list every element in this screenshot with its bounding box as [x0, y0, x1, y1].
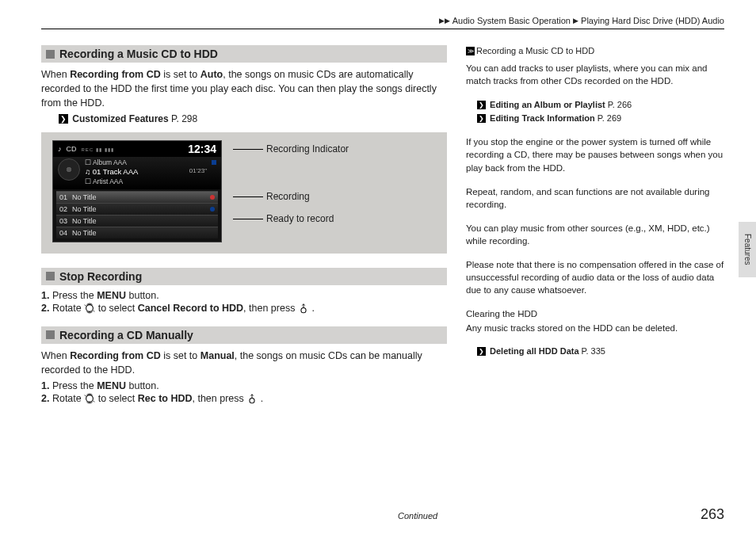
track-list: 01 No Title 02 No Title 03 No Title — [53, 189, 221, 238]
breadcrumb: ▶▶ Audio System Basic Operation ▶ Playin… — [41, 16, 724, 25]
press-button-icon — [298, 303, 309, 314]
svg-point-2 — [86, 395, 94, 402]
notes-topic-heading: ≫Recording a Music CD to HDD — [466, 45, 724, 57]
section-title: Stop Recording — [59, 270, 142, 283]
svg-point-0 — [86, 304, 94, 311]
notes-p5: Please note that there is no compensatio… — [466, 258, 724, 296]
disc-icon — [58, 158, 80, 181]
now-playing: ☐ Album AAA ♫ 01 Track AAA01'23" ☐ Artis… — [53, 157, 221, 189]
breadcrumb-part-1: Audio System Basic Operation — [452, 16, 571, 25]
square-bullet-icon — [46, 330, 55, 339]
step-1: 1. Press the MENU button. — [41, 290, 447, 301]
notes-p3: Repeat, random, and scan functions are n… — [466, 185, 724, 211]
section-tab-label: Features — [743, 234, 752, 265]
header-indicator-icons: REC ▮▮ ▮▮▮ — [82, 147, 114, 152]
np-album: ☐ Album AAA — [85, 158, 207, 167]
header-rule — [41, 29, 724, 29]
track-row: 02 No Title — [56, 203, 218, 215]
audio-screen-mock: CD REC ▮▮ ▮▮▮ 12:34 ☐ Album AAA ♫ 01 Tra… — [52, 140, 222, 242]
section1-body: When Recording from CD is set to Auto, t… — [41, 67, 447, 110]
track-row: 04 No Title — [56, 227, 218, 238]
track-row: 03 No Title — [56, 215, 218, 227]
notes-p6: Any music tracks stored on the HDD can b… — [466, 322, 724, 334]
section-tab-features: Features — [739, 222, 756, 277]
clock: 12:34 — [188, 143, 216, 155]
source-label: CD — [67, 145, 77, 153]
rotate-dial-icon — [84, 303, 95, 314]
recording-dot-icon — [210, 195, 215, 200]
callout-recording: Recording — [233, 191, 349, 202]
section-heading-stop-recording: Stop Recording — [41, 268, 447, 285]
section3-body: When Recording from CD is set to Manual,… — [41, 349, 447, 377]
np-track: ♫ 01 Track AAA — [85, 167, 138, 176]
figure-callouts: Recording Indicator Recording Ready to r… — [233, 140, 349, 224]
notes-p6-title: Clearing the HDD — [466, 307, 724, 320]
square-bullet-icon — [46, 272, 55, 280]
recording-indicator-icon — [212, 160, 216, 165]
np-duration: 01'23" — [189, 167, 207, 175]
press-button-icon — [246, 393, 258, 404]
section-heading-recording-cd-manually: Recording a CD Manually — [41, 326, 447, 344]
ready-dot-icon — [210, 207, 215, 212]
breadcrumb-arrow-icon: ▶▶ — [439, 17, 450, 25]
page-number: 263 — [701, 506, 724, 523]
link-icon: ❯ — [59, 114, 68, 124]
step-2: 2. Rotate to select Cancel Record to HDD… — [41, 303, 447, 314]
figure-recording-screen: CD REC ▮▮ ▮▮▮ 12:34 ☐ Album AAA ♫ 01 Tra… — [41, 132, 447, 253]
notes-p4: You can play music from other sources (e… — [466, 222, 724, 247]
link-icon: ❯ — [477, 347, 486, 356]
chevron-icon: ≫ — [466, 47, 475, 55]
screen-header: CD REC ▮▮ ▮▮▮ 12:34 — [53, 141, 221, 157]
notes-p1: You can add tracks to user playlists, wh… — [466, 62, 724, 87]
link-icon: ❯ — [477, 101, 486, 109]
section-heading-recording-cd-to-hdd: Recording a Music CD to HDD — [41, 45, 447, 63]
section-title: Recording a CD Manually — [59, 329, 193, 341]
section-title: Recording a Music CD to HDD — [59, 48, 218, 60]
link-icon: ❯ — [477, 114, 486, 123]
crossref-editing-track-info[interactable]: ❯ Editing Track Information P. 269 — [477, 113, 724, 124]
main-column: Recording a Music CD to HDD When Recordi… — [41, 45, 447, 406]
music-note-icon — [58, 145, 62, 153]
callout-recording-indicator: Recording Indicator — [233, 143, 349, 154]
step-2: 2. Rotate to select Rec to HDD, then pre… — [41, 393, 447, 404]
crossref-deleting-hdd-data[interactable]: ❯ Deleting all HDD Data P. 335 — [477, 345, 724, 357]
breadcrumb-arrow-icon: ▶ — [573, 17, 578, 25]
np-artist: ☐ Artist AAA — [85, 177, 207, 186]
rotate-dial-icon — [84, 393, 95, 404]
notes-p2: If you stop the engine or the power syst… — [466, 135, 724, 174]
square-bullet-icon — [46, 50, 55, 59]
breadcrumb-part-2: Playing Hard Disc Drive (HDD) Audio — [581, 16, 724, 25]
svg-point-3 — [250, 399, 254, 403]
notes-column: ≫Recording a Music CD to HDD You can add… — [466, 45, 724, 406]
svg-point-1 — [301, 307, 306, 312]
continued-label: Continued — [398, 511, 437, 521]
page-footer: Continued 263 — [41, 506, 724, 523]
step-1: 1. Press the MENU button. — [41, 380, 447, 391]
callout-ready-to-record: Ready to record — [233, 213, 349, 224]
crossref-customized-features[interactable]: ❯ Customized Features P. 298 — [59, 113, 447, 124]
crossref-editing-album[interactable]: ❯ Editing an Album or Playlist P. 266 — [477, 99, 724, 111]
track-row: 01 No Title — [56, 191, 218, 203]
